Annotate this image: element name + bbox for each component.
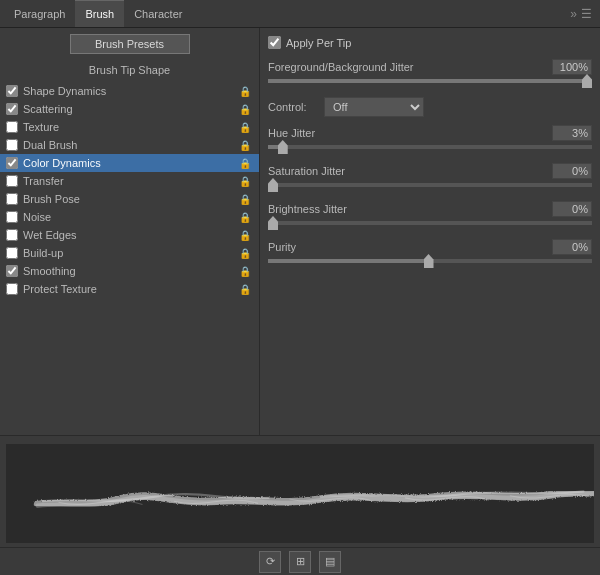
hue-jitter-label: Hue Jitter bbox=[268, 127, 552, 139]
main-content: Brush Presets Brush Tip Shape Shape Dyna… bbox=[0, 28, 600, 435]
lock-dual-brush: 🔒 bbox=[239, 140, 251, 151]
fg-bg-jitter-label: Foreground/Background Jitter bbox=[268, 61, 552, 73]
apply-per-tip-checkbox[interactable] bbox=[268, 36, 281, 49]
control-label: Control: bbox=[268, 101, 318, 113]
label-dual-brush: Dual Brush bbox=[23, 139, 239, 151]
brush-item-transfer[interactable]: Transfer 🔒 bbox=[0, 172, 259, 190]
tab-bar: Paragraph Brush Character » ☰ bbox=[0, 0, 600, 28]
brush-item-shape-dynamics[interactable]: Shape Dynamics 🔒 bbox=[0, 82, 259, 100]
brightness-jitter-slider[interactable] bbox=[268, 219, 592, 231]
lock-color-dynamics: 🔒 bbox=[239, 158, 251, 169]
list-button[interactable]: ▤ bbox=[319, 551, 341, 573]
lock-shape-dynamics: 🔒 bbox=[239, 86, 251, 97]
fg-bg-slider-fill bbox=[268, 79, 592, 83]
fg-bg-slider-thumb[interactable] bbox=[582, 74, 592, 88]
purity-slider[interactable] bbox=[268, 257, 592, 269]
tab-brush[interactable]: Brush bbox=[75, 0, 124, 27]
hue-jitter-value: 3% bbox=[552, 125, 592, 141]
reset-button[interactable]: ⟳ bbox=[259, 551, 281, 573]
expand-icon[interactable]: » bbox=[570, 7, 577, 21]
brush-item-buildup[interactable]: Build-up 🔒 bbox=[0, 244, 259, 262]
purity-label: Purity bbox=[268, 241, 552, 253]
fg-bg-jitter-value: 100% bbox=[552, 59, 592, 75]
brush-item-wet-edges[interactable]: Wet Edges 🔒 bbox=[0, 226, 259, 244]
checkbox-wet-edges[interactable] bbox=[6, 229, 18, 241]
purity-slider-track bbox=[268, 259, 592, 263]
checkbox-brush-pose[interactable] bbox=[6, 193, 18, 205]
lock-brush-pose: 🔒 bbox=[239, 194, 251, 205]
checkbox-shape-dynamics[interactable] bbox=[6, 85, 18, 97]
label-noise: Noise bbox=[23, 211, 239, 223]
saturation-slider-thumb[interactable] bbox=[268, 178, 278, 192]
purity-slider-thumb[interactable] bbox=[424, 254, 434, 268]
label-texture: Texture bbox=[23, 121, 239, 133]
brush-item-dual-brush[interactable]: Dual Brush 🔒 bbox=[0, 136, 259, 154]
apply-per-tip-label: Apply Per Tip bbox=[286, 37, 351, 49]
fg-bg-jitter-slider[interactable] bbox=[268, 77, 592, 89]
brush-item-color-dynamics[interactable]: Color Dynamics 🔒 bbox=[0, 154, 259, 172]
saturation-jitter-row: Saturation Jitter 0% bbox=[268, 163, 592, 179]
control-select[interactable]: Off Fade Pen Pressure bbox=[324, 97, 424, 117]
brush-item-list: Shape Dynamics 🔒 Scattering 🔒 Texture 🔒 bbox=[0, 82, 259, 298]
control-row: Control: Off Fade Pen Pressure bbox=[268, 97, 592, 117]
brightness-slider-track bbox=[268, 221, 592, 225]
hue-slider-fill bbox=[268, 145, 278, 149]
lock-wet-edges: 🔒 bbox=[239, 230, 251, 241]
brush-stroke-svg bbox=[6, 444, 594, 543]
brush-item-brush-pose[interactable]: Brush Pose 🔒 bbox=[0, 190, 259, 208]
fg-bg-jitter-row: Foreground/Background Jitter 100% bbox=[268, 59, 592, 75]
label-buildup: Build-up bbox=[23, 247, 239, 259]
label-color-dynamics: Color Dynamics bbox=[23, 157, 239, 169]
lock-texture: 🔒 bbox=[239, 122, 251, 133]
grid-button[interactable]: ⊞ bbox=[289, 551, 311, 573]
menu-icon[interactable]: ☰ bbox=[581, 7, 592, 21]
brightness-slider-thumb[interactable] bbox=[268, 216, 278, 230]
tab-character[interactable]: Character bbox=[124, 0, 192, 27]
brush-item-smoothing[interactable]: Smoothing 🔒 bbox=[0, 262, 259, 280]
purity-row: Purity 0% bbox=[268, 239, 592, 255]
label-smoothing: Smoothing bbox=[23, 265, 239, 277]
checkbox-texture[interactable] bbox=[6, 121, 18, 133]
purity-value: 0% bbox=[552, 239, 592, 255]
right-panel: Apply Per Tip Foreground/Background Jitt… bbox=[260, 28, 600, 435]
hue-jitter-slider[interactable] bbox=[268, 143, 592, 155]
checkbox-smoothing[interactable] bbox=[6, 265, 18, 277]
apply-per-tip-row: Apply Per Tip bbox=[268, 36, 592, 49]
brush-panel: Paragraph Brush Character » ☰ Brush Pres… bbox=[0, 0, 600, 575]
brightness-jitter-row: Brightness Jitter 0% bbox=[268, 201, 592, 217]
hue-slider-thumb[interactable] bbox=[278, 140, 288, 154]
lock-noise: 🔒 bbox=[239, 212, 251, 223]
saturation-jitter-label: Saturation Jitter bbox=[268, 165, 552, 177]
brush-item-scattering[interactable]: Scattering 🔒 bbox=[0, 100, 259, 118]
label-wet-edges: Wet Edges bbox=[23, 229, 239, 241]
sidebar: Brush Presets Brush Tip Shape Shape Dyna… bbox=[0, 28, 260, 435]
checkbox-protect-texture[interactable] bbox=[6, 283, 18, 295]
brush-tip-shape-title: Brush Tip Shape bbox=[0, 62, 259, 78]
label-transfer: Transfer bbox=[23, 175, 239, 187]
lock-scattering: 🔒 bbox=[239, 104, 251, 115]
lock-transfer: 🔒 bbox=[239, 176, 251, 187]
checkbox-color-dynamics[interactable] bbox=[6, 157, 18, 169]
tab-paragraph[interactable]: Paragraph bbox=[4, 0, 75, 27]
checkbox-buildup[interactable] bbox=[6, 247, 18, 259]
label-brush-pose: Brush Pose bbox=[23, 193, 239, 205]
checkbox-noise[interactable] bbox=[6, 211, 18, 223]
fg-bg-slider-track bbox=[268, 79, 592, 83]
bottom-toolbar: ⟳ ⊞ ▤ bbox=[0, 547, 600, 575]
purity-slider-fill bbox=[268, 259, 430, 263]
saturation-slider-track bbox=[268, 183, 592, 187]
label-protect-texture: Protect Texture bbox=[23, 283, 239, 295]
brush-item-noise[interactable]: Noise 🔒 bbox=[0, 208, 259, 226]
brush-item-protect-texture[interactable]: Protect Texture 🔒 bbox=[0, 280, 259, 298]
saturation-jitter-slider[interactable] bbox=[268, 181, 592, 193]
tab-actions: » ☰ bbox=[570, 7, 596, 21]
brush-item-texture[interactable]: Texture 🔒 bbox=[0, 118, 259, 136]
checkbox-scattering[interactable] bbox=[6, 103, 18, 115]
brush-presets-button[interactable]: Brush Presets bbox=[70, 34, 190, 54]
lock-smoothing: 🔒 bbox=[239, 266, 251, 277]
checkbox-transfer[interactable] bbox=[6, 175, 18, 187]
lock-buildup: 🔒 bbox=[239, 248, 251, 259]
brush-preview-canvas bbox=[6, 444, 594, 543]
hue-slider-track bbox=[268, 145, 592, 149]
checkbox-dual-brush[interactable] bbox=[6, 139, 18, 151]
